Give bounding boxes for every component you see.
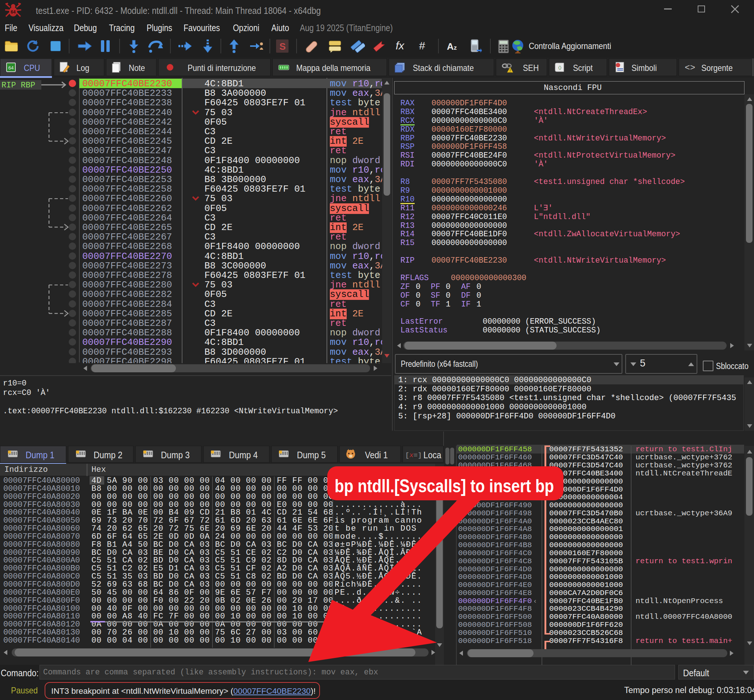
- svg-text:!: !: [509, 69, 510, 73]
- svg-text:64: 64: [11, 9, 16, 15]
- svg-text:64: 64: [8, 65, 14, 70]
- svg-text:<>: <>: [685, 63, 696, 73]
- svg-text:〈〉: 〈〉: [558, 65, 562, 70]
